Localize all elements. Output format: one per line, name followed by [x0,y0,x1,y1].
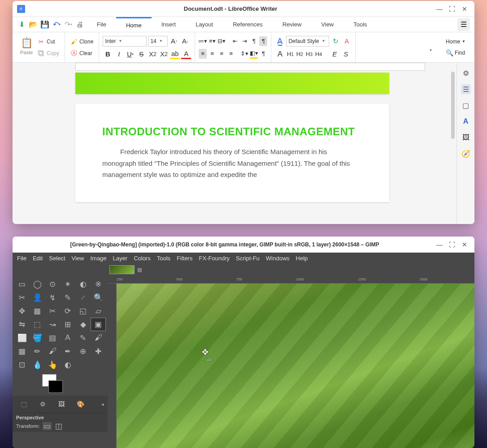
gimp-close-button[interactable]: ✕ [459,239,470,250]
images-icon[interactable]: 🖼 [54,397,69,411]
align-tool[interactable]: ▦ [30,304,45,318]
font-color-icon[interactable]: A [181,49,191,59]
italic-icon[interactable]: I [114,49,124,59]
size-combo[interactable]: 14▼ [148,36,168,47]
menu-fxfoundry[interactable]: FX-Foundry [199,255,230,262]
print-icon[interactable]: 🖨 [75,20,84,29]
ltr-icon[interactable]: ¶ [250,36,258,46]
brushes-icon[interactable]: 🎨 [73,397,88,411]
eraser-tool[interactable]: ✏ [30,345,45,358]
page[interactable]: INTRODUCTION TO SCIENTIFIC MANAGEMENT Fr… [75,104,389,202]
crop-tool[interactable]: ✂ [45,304,60,318]
unified-transform-tool[interactable]: ⊞ [60,318,75,331]
page-panel-icon[interactable]: ☰ [461,84,471,94]
clear-button[interactable]: ⒶClear [69,49,95,58]
menu-edit[interactable]: Edit [33,255,43,262]
export-icon[interactable]: ⬇ [17,20,26,29]
navigator-icon[interactable]: 🧭 [461,149,471,159]
open-icon[interactable]: 📂 [29,20,38,29]
underline-icon[interactable]: U▾ [125,49,135,59]
tab-review[interactable]: Review [273,17,312,32]
measure-tool[interactable]: ⟋ [75,291,91,304]
menu-help[interactable]: Help [296,255,308,262]
menu-tools[interactable]: Tools [157,255,170,262]
menu-file[interactable]: File [17,255,26,262]
tab-tools[interactable]: Tools [344,17,377,32]
numbering-icon[interactable]: ≡▾ [208,36,216,46]
overflow-icon[interactable]: ▸ [430,47,432,52]
rtl-icon[interactable]: ¶ [259,36,267,46]
gradient-tool[interactable]: ▤ [45,331,60,345]
menu-windows[interactable]: Windows [266,255,290,262]
gimp-titlebar[interactable]: [Green-by-Qingbao-Meng] (imported)-1.0 (… [13,237,474,253]
outline-icon[interactable]: ⊟▾ [217,36,226,46]
h2-icon[interactable]: H2 [296,49,304,59]
copy-button[interactable]: ⿻Copy [36,49,61,58]
foreground-select-tool[interactable]: 👤 [30,291,45,304]
canvas-ruler-horizontal[interactable]: 2505007501000125015001750 [108,276,474,284]
home-dropdown[interactable]: Home ▼ [444,38,467,46]
menu-filters[interactable]: Filters [177,255,192,262]
document-area[interactable]: INTRODUCTION TO SCIENTIFIC MANAGEMENT Fr… [13,63,474,224]
cage-tool[interactable]: ⬚ [30,318,45,331]
grow-font-icon[interactable]: A↑ [169,36,179,46]
find-button[interactable]: 🔍Find [444,48,467,57]
gimp-minimize-button[interactable]: — [434,239,445,250]
undo-icon[interactable]: ↶▾ [52,20,61,29]
perspective-clone-tool[interactable]: ⊡ [14,358,30,371]
blur-tool[interactable]: 💧 [30,358,45,371]
pencil-tool[interactable]: ✎ [75,331,91,345]
menu-view[interactable]: View [72,255,84,262]
tab-file[interactable]: File [87,17,116,32]
clone-button[interactable]: 🖌Clone [69,37,95,46]
gallery-icon[interactable]: 🖼 [461,133,471,142]
pattern-tool[interactable]: ▦ [14,345,30,358]
canvas[interactable]: ✥▱ [117,284,474,448]
clone-tool[interactable]: ⊕ [75,345,91,358]
hamburger-menu[interactable]: ☰ [457,18,470,31]
move-tool[interactable]: ✥ [14,304,30,318]
rect-select-tool[interactable]: ▭ [14,277,30,291]
tab-references[interactable]: References [223,17,272,32]
warp-tool[interactable]: ↝ [45,318,60,331]
superscript-icon[interactable]: X2 [159,49,169,59]
paths-tool[interactable]: ↯ [45,291,60,304]
bold-icon[interactable]: B [103,49,113,59]
minimize-button[interactable]: — [434,4,445,14]
close-tab-icon[interactable]: ⊠ [137,267,142,273]
intelligent-scissors-tool[interactable]: ※ [91,277,106,291]
text-tool[interactable]: A [60,331,75,345]
transform-selection-icon[interactable]: ◫ [54,422,63,430]
save-icon[interactable]: 💾 [40,20,49,29]
tool-options-icon[interactable]: ⚙ [35,397,50,411]
menu-colors[interactable]: Colors [134,255,151,262]
free-select-tool[interactable]: ⊙ [45,277,60,291]
indent-dec-icon[interactable]: ⇤ [231,36,239,46]
align-center-icon[interactable]: ≡ [208,49,216,59]
tab-layout[interactable]: Layout [186,17,223,32]
titlebar[interactable]: ≡ Document.odt - LibreOffice Writer — ⛶ … [13,1,474,17]
fuzzy-select-tool[interactable]: ✶ [60,277,75,291]
justify-icon[interactable]: ≡ [227,49,235,59]
para-bg-icon[interactable]: ◧▾ [250,49,258,59]
device-status-icon[interactable]: ⬚ [16,397,31,411]
menu-select[interactable]: Select [49,255,65,262]
properties-icon[interactable]: ⚙ [461,68,471,78]
scissors-tool[interactable]: ✂ [14,291,30,304]
dodge-tool[interactable]: ◐ [60,358,75,371]
strike-icon[interactable]: S [136,49,146,59]
color-select-tool[interactable]: ◐ [75,277,91,291]
panel-menu-icon[interactable]: ◂ [101,401,104,407]
highlight-icon[interactable]: ab [170,49,180,59]
horizontal-ruler[interactable] [75,63,425,71]
vertical-scrollbar[interactable] [451,72,455,139]
perspective-tool[interactable]: ▣ [91,318,106,331]
image-tab-thumb[interactable] [109,265,135,274]
para-style-combo[interactable]: Default Style▼ [286,36,329,47]
ellipse-select-tool[interactable]: ◯ [30,277,45,291]
scale-tool[interactable]: ◱ [75,304,91,318]
close-button[interactable]: ✕ [459,4,470,14]
ink-tool[interactable]: ✒ [60,345,75,358]
transform-layer-icon[interactable]: ▭ [43,422,52,430]
cut-button[interactable]: ✂Cut [36,37,61,46]
